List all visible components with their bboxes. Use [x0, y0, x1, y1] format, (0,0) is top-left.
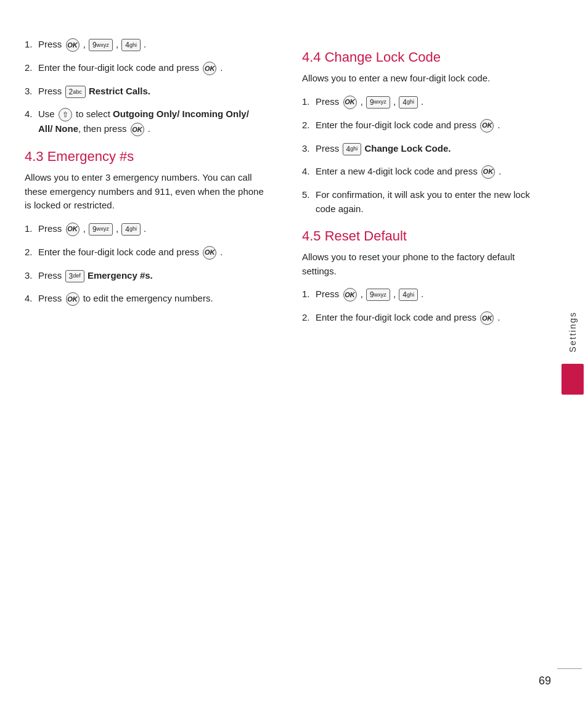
- step-44-1: 1. Press OK , 9wxyz , 4ghi .: [302, 94, 542, 109]
- step-4: 4. Use ⇧ to select Outgoing Only/ Incomi…: [25, 107, 265, 136]
- ok-key: OK: [66, 223, 80, 236]
- step-content: Press OK , 9wxyz , 4ghi .: [316, 94, 542, 109]
- step-44-2: 2. Enter the four-digit lock code and pr…: [302, 118, 542, 133]
- section-43-heading: 4.3 Emergency #s: [25, 149, 265, 165]
- sidebar-label: Settings: [568, 311, 578, 353]
- step-2: 2. Enter the four-digit lock code and pr…: [25, 60, 265, 75]
- step-43-4: 4. Press OK to edit the emergency number…: [25, 291, 265, 306]
- step-content: For confirmation, it will ask you to ent…: [316, 187, 542, 216]
- step-content: Use ⇧ to select Outgoing Only/ Incoming …: [38, 107, 265, 136]
- ok-key: OK: [66, 292, 80, 306]
- step-bold-text: Restrict Calls.: [89, 86, 150, 96]
- ok-key: OK: [203, 62, 216, 75]
- ok-key: OK: [480, 119, 494, 133]
- step-number: 3.: [25, 84, 38, 98]
- step-number: 4.: [25, 291, 38, 305]
- key-9wxyz: 9wxyz: [89, 223, 113, 236]
- key-9wxyz: 9wxyz: [366, 96, 390, 109]
- section-44-heading: 4.4 Change Lock Code: [302, 49, 542, 65]
- section-43-intro: Allows you to enter 3 emergency numbers.…: [25, 171, 265, 213]
- section-43-steps: 1. Press OK , 9wxyz , 4ghi . 2. Enter th…: [25, 221, 265, 306]
- step-content: Enter a new 4-digit lock code and press …: [316, 164, 542, 179]
- step-3: 3. Press 2abc Restrict Calls.: [25, 84, 265, 98]
- key-4ghi: 4ghi: [399, 289, 418, 301]
- key-4ghi: 4ghi: [343, 143, 362, 155]
- step-number: 4.: [302, 164, 316, 178]
- step-number: 3.: [25, 268, 38, 282]
- step-44-5: 5. For confirmation, it will ask you to …: [302, 187, 542, 216]
- ok-key: OK: [203, 246, 216, 260]
- step-43-2: 2. Enter the four-digit lock code and pr…: [25, 245, 265, 260]
- ok-key: OK: [343, 288, 357, 302]
- key-4ghi: 4ghi: [121, 223, 141, 236]
- key-4ghi: 4ghi: [399, 96, 418, 109]
- key-9wxyz: 9wxyz: [366, 289, 390, 301]
- step-number: 3.: [302, 141, 316, 155]
- step-bold-text: Change Lock Code.: [364, 143, 451, 154]
- step-number: 1.: [25, 37, 38, 51]
- top-steps-list: 1. Press OK , 9wxyz , 4ghi . 2. Enter th…: [25, 37, 265, 136]
- step-content: Press OK , 9wxyz , 4ghi .: [316, 287, 542, 302]
- key-2abc: 2abc: [65, 86, 86, 98]
- divider-line: [557, 668, 582, 670]
- section-44-intro: Allows you to enter a new four-digit loc…: [302, 72, 542, 86]
- step-content: Press 3def Emergency #s.: [38, 268, 265, 282]
- step-number: 2.: [25, 60, 38, 75]
- step-43-1: 1. Press OK , 9wxyz , 4ghi .: [25, 221, 265, 236]
- step-content: Enter the four-digit lock code and press…: [38, 245, 265, 260]
- step-1: 1. Press OK , 9wxyz , 4ghi .: [25, 37, 265, 52]
- step-number: 2.: [302, 118, 316, 132]
- step-content: Press OK , 9wxyz , 4ghi .: [38, 221, 265, 236]
- step-number: 1.: [25, 221, 38, 236]
- key-4ghi: 4ghi: [121, 39, 141, 51]
- step-43-3: 3. Press 3def Emergency #s.: [25, 268, 265, 282]
- step-content: Enter the four-digit lock code and press…: [316, 310, 542, 325]
- step-number: 5.: [302, 187, 316, 202]
- step-content: Press 2abc Restrict Calls.: [38, 84, 265, 98]
- step-content: Enter the four-digit lock code and press…: [316, 118, 542, 133]
- section-45-heading: 4.5 Reset Default: [302, 228, 542, 244]
- sidebar: Settings: [557, 0, 588, 706]
- right-column: 4.4 Change Lock Code Allows you to enter…: [284, 37, 542, 669]
- step-content: Press OK , 9wxyz , 4ghi .: [38, 37, 265, 52]
- step-content: Enter the four-digit lock code and press…: [38, 60, 265, 75]
- step-number: 2.: [302, 310, 316, 324]
- ok-key: OK: [343, 96, 357, 109]
- ok-key: OK: [480, 311, 494, 325]
- step-number: 2.: [25, 245, 38, 259]
- ok-key: OK: [481, 165, 495, 179]
- step-45-2: 2. Enter the four-digit lock code and pr…: [302, 310, 542, 325]
- section-45-intro: Allows you to reset your phone to the fa…: [302, 250, 542, 278]
- nav-key: ⇧: [59, 108, 72, 121]
- step-45-1: 1. Press OK , 9wxyz , 4ghi .: [302, 287, 542, 302]
- key-3def: 3def: [65, 270, 84, 282]
- step-number: 1.: [302, 94, 316, 109]
- step-number: 1.: [302, 287, 316, 301]
- section-45-steps: 1. Press OK , 9wxyz , 4ghi . 2. Enter th…: [302, 287, 542, 325]
- page-number: 69: [539, 675, 551, 688]
- section-44-steps: 1. Press OK , 9wxyz , 4ghi . 2. Enter th…: [302, 94, 542, 216]
- ok-key: OK: [131, 123, 144, 136]
- step-bold-text: Emergency #s.: [88, 270, 153, 281]
- step-content: Press 4ghi Change Lock Code.: [316, 141, 542, 155]
- sidebar-bar: [561, 364, 584, 395]
- step-44-4: 4. Enter a new 4-digit lock code and pre…: [302, 164, 542, 179]
- left-column: 1. Press OK , 9wxyz , 4ghi . 2. Enter th…: [25, 37, 284, 669]
- ok-key: OK: [66, 38, 80, 52]
- step-44-3: 3. Press 4ghi Change Lock Code.: [302, 141, 542, 155]
- step-content: Press OK to edit the emergency numbers.: [38, 291, 265, 306]
- step-number: 4.: [25, 107, 38, 121]
- key-9wxyz: 9wxyz: [89, 39, 113, 51]
